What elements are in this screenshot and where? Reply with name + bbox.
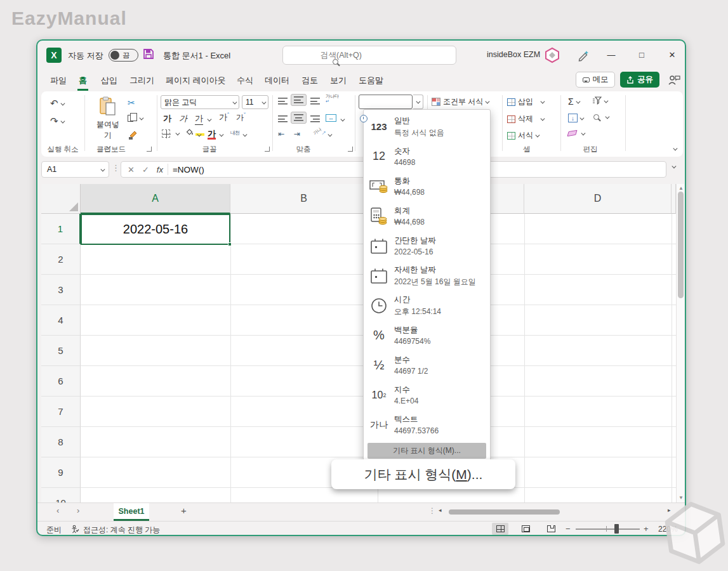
middle-align-button[interactable] — [291, 94, 307, 106]
align-dialog-launcher[interactable] — [348, 147, 353, 152]
font-size-combobox[interactable]: 11 — [242, 95, 268, 109]
bottom-align-button[interactable] — [310, 98, 320, 105]
scroll-down-icon[interactable]: ▼ — [678, 495, 684, 501]
comments-button[interactable]: 메모 — [576, 72, 615, 88]
fill-down-button[interactable]: ↓ — [568, 114, 583, 122]
merge-center-button[interactable]: ↔ — [326, 114, 336, 122]
row-header-3[interactable]: 3 — [41, 275, 81, 305]
font-color-dropdown[interactable] — [220, 132, 223, 136]
fx-icon[interactable]: fx — [157, 165, 163, 174]
italic-button[interactable]: 가 — [179, 113, 187, 124]
tab-review[interactable]: 검토 — [300, 72, 319, 89]
close-button[interactable]: ✕ — [662, 46, 682, 63]
menu-item-scientific[interactable]: 102 지수4.E+04 — [364, 380, 490, 410]
avatar-hexagon-icon[interactable] — [544, 47, 560, 63]
row-header-7[interactable]: 7 — [41, 397, 81, 427]
menu-item-text[interactable]: 가나 텍스트44697.53766 — [364, 410, 490, 440]
number-format-combobox[interactable] — [359, 95, 413, 109]
row-header-6[interactable]: 6 — [41, 366, 81, 397]
row-header-2[interactable]: 2 — [41, 244, 81, 275]
normal-view-button[interactable] — [492, 523, 508, 535]
row-header-5[interactable]: 5 — [41, 336, 81, 366]
zoom-in-button[interactable]: + — [644, 524, 649, 534]
prev-sheet-icon[interactable]: ‹ — [56, 506, 59, 515]
align-left-button[interactable] — [278, 115, 288, 122]
copy-button[interactable] — [128, 115, 143, 122]
horizontal-scroll-thumb[interactable] — [449, 509, 560, 515]
cut-icon[interactable]: ✂ — [128, 98, 135, 108]
row-header-1[interactable]: 1 — [41, 214, 81, 244]
zoom-slider-thumb[interactable] — [614, 524, 619, 534]
add-sheet-button[interactable]: + — [181, 505, 187, 516]
bold-button[interactable]: 가 — [163, 113, 171, 124]
cell-a1-selected[interactable]: 2022-05-16 — [81, 214, 230, 245]
align-center-button[interactable] — [291, 112, 307, 124]
font-color-button[interactable]: 가 — [208, 129, 216, 140]
autosum-button[interactable]: Σ — [568, 96, 579, 107]
format-cells-button[interactable]: 서식 — [507, 130, 539, 141]
clear-button[interactable] — [568, 131, 585, 136]
format-painter-icon[interactable] — [128, 129, 139, 141]
row-header-9[interactable]: 9 — [41, 457, 81, 488]
page-layout-view-button[interactable] — [517, 523, 534, 535]
feedback-person-icon[interactable] — [667, 74, 681, 86]
accessibility-status[interactable]: 접근성: 계속 진행 가능 — [83, 525, 160, 535]
search-input[interactable] — [321, 51, 435, 60]
find-select-button[interactable] — [593, 114, 609, 120]
scroll-up-icon[interactable]: ▲ — [678, 185, 684, 191]
row-header-4[interactable]: 4 — [41, 305, 81, 336]
merge-dropdown[interactable] — [341, 117, 345, 121]
maximize-button[interactable]: □ — [632, 46, 652, 63]
menu-item-more-formats[interactable]: 기타 표시 형식(M)... — [367, 443, 486, 459]
vertical-scrollbar[interactable]: ▲ ▼ — [676, 184, 684, 502]
row-header-8[interactable]: 8 — [41, 427, 81, 457]
tab-page-layout[interactable]: 페이지 레이아웃 — [164, 72, 227, 89]
menu-item-time[interactable]: 시간오후 12:54:14 — [364, 291, 490, 320]
minimize-button[interactable]: — — [601, 46, 621, 63]
account-name[interactable]: insideBox EZM — [487, 50, 540, 59]
menu-item-general[interactable]: 123 일반특정 서식 없음 — [364, 112, 490, 141]
zoom-out-button[interactable]: − — [566, 524, 571, 534]
tab-view[interactable]: 보기 — [329, 72, 348, 89]
excel-app-icon[interactable]: X — [46, 48, 62, 63]
tab-draw[interactable]: 그리기 — [128, 72, 156, 89]
tab-home[interactable]: 홈 — [77, 72, 88, 91]
delete-cells-button[interactable]: 삭제 — [507, 114, 544, 124]
vertical-scroll-thumb[interactable] — [678, 192, 684, 298]
phonetic-dropdown[interactable] — [243, 132, 247, 136]
search-box[interactable] — [282, 46, 456, 65]
menu-item-fraction[interactable]: ½ 분수44697 1/2 — [364, 350, 490, 380]
column-header-d[interactable]: D — [524, 184, 672, 214]
select-all-corner[interactable] — [41, 184, 81, 214]
menu-item-short-date[interactable]: 간단한 날짜2022-05-16 — [364, 231, 490, 261]
tab-formulas[interactable]: 수식 — [235, 72, 255, 89]
decrease-indent-button[interactable]: ⇤ — [278, 129, 284, 138]
fill-color-button[interactable] — [185, 128, 204, 138]
page-break-view-button[interactable] — [543, 523, 559, 535]
underline-dropdown[interactable] — [208, 117, 211, 121]
align-right-button[interactable] — [310, 115, 320, 122]
shrink-font-button[interactable]: 가ˇ — [236, 112, 246, 123]
tabbar-divider-icon[interactable]: ⋮ — [428, 506, 436, 515]
conditional-formatting-button[interactable]: 조건부 서식 — [432, 96, 489, 107]
pen-sparkle-icon[interactable] — [577, 49, 590, 62]
tab-data[interactable]: 데이터 — [263, 72, 291, 89]
paste-button[interactable]: 붙여넣기 — [93, 96, 122, 150]
font-name-combobox[interactable]: 맑은 고딕 — [161, 95, 239, 109]
expand-formula-bar-chevron[interactable] — [672, 164, 676, 167]
sort-filter-button[interactable] — [592, 96, 607, 105]
grow-font-button[interactable]: 가ˆ — [219, 112, 229, 123]
name-box[interactable]: A1 — [41, 161, 109, 178]
menu-item-accounting[interactable]: 회계₩44,698 — [364, 201, 490, 231]
wrap-text-button[interactable]: 가나다↵ — [326, 94, 340, 105]
menu-item-percentage[interactable]: % 백분율4469754% — [364, 320, 490, 350]
tab-file[interactable]: 파일 — [49, 72, 68, 89]
undo-button[interactable]: ↶ — [50, 98, 63, 109]
phonetic-button[interactable]: 내천 — [230, 129, 239, 136]
autosave-toggle[interactable]: 끔 — [109, 49, 138, 62]
tab-insert[interactable]: 삽입 — [100, 72, 119, 89]
menu-item-long-date[interactable]: 자세한 날짜2022년 5월 16일 월요일 — [364, 261, 490, 291]
sheet-tab-sheet1[interactable]: Sheet1 — [114, 503, 149, 521]
top-align-button[interactable] — [278, 98, 288, 105]
number-format-dropdown-button[interactable] — [413, 95, 423, 109]
